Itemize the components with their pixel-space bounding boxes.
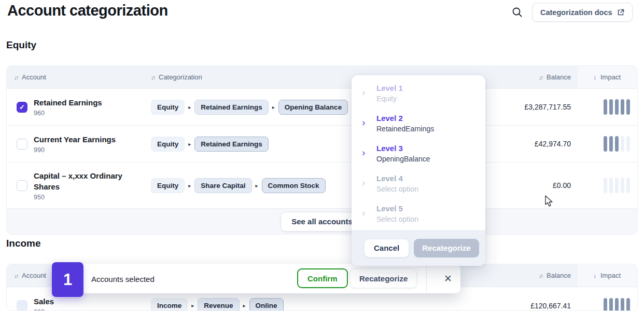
level-label: Level 3 <box>376 144 430 153</box>
chevron-right-icon: › <box>362 147 371 167</box>
column-header-impact[interactable]: ↓ Impact <box>578 264 637 287</box>
sort-icon[interactable]: ↓↑ <box>14 273 18 279</box>
selection-label: Accounts selected <box>91 274 155 283</box>
equity-section-heading: Equity <box>6 39 36 51</box>
level-value: Select option <box>376 185 418 193</box>
row-checkbox[interactable]: ✓ <box>17 102 27 113</box>
recategorize-button[interactable]: Recategorize <box>350 268 417 288</box>
column-header-account[interactable]: ↓↑ Account <box>7 66 151 88</box>
table-row-retained-earnings[interactable]: ✓ Retained Earnings 960 Equity ▸ Retaine… <box>7 88 637 125</box>
impact-bars <box>604 136 637 152</box>
selection-bar: Accounts selected Confirm Recategorize ✕ <box>52 264 460 293</box>
row-checkbox[interactable] <box>17 139 27 150</box>
impact-bars <box>604 99 637 115</box>
level-label: Level 5 <box>376 204 418 213</box>
impact-bars <box>604 178 637 193</box>
categorization-chip[interactable]: Equity <box>151 137 185 152</box>
categorization-chip[interactable]: Equity <box>151 178 185 193</box>
divider <box>426 264 427 293</box>
cancel-button[interactable]: Cancel <box>364 239 409 258</box>
categorization-docs-label: Categorization docs <box>540 8 612 17</box>
column-header-impact[interactable]: ↓ Impact <box>578 66 637 88</box>
sort-desc-icon[interactable]: ↓ <box>593 272 596 279</box>
level-5-item: › Level 5 Select option <box>362 204 485 227</box>
selected-count-badge: 1 <box>52 262 83 297</box>
column-header-balance[interactable]: ↓↑ Balance <box>482 66 578 88</box>
table-row-current-year-earnings[interactable]: Current Year Earnings 990 Equity ▸ Retai… <box>7 125 637 162</box>
account-name: Sales <box>34 296 140 307</box>
column-label-categorization: Categorization <box>159 73 202 81</box>
level-value: OpeningBalance <box>376 155 430 163</box>
chip-separator-icon: ▸ <box>243 303 246 308</box>
row-checkbox[interactable] <box>17 180 27 191</box>
categorization-chip[interactable]: Equity <box>151 100 185 115</box>
sort-icon[interactable]: ↓↑ <box>151 74 155 80</box>
categorization-chip[interactable]: Retained Earnings <box>194 137 269 152</box>
recategorize-popup: › Level 1 Equity › Level 2 RetainedEarni… <box>352 75 485 266</box>
sort-icon[interactable]: ↓↑ <box>539 74 542 80</box>
chip-separator-icon: ▸ <box>188 183 191 188</box>
popup-level-list: › Level 1 Equity › Level 2 RetainedEarni… <box>352 75 485 234</box>
sort-icon[interactable]: ↓↑ <box>539 273 542 279</box>
categorization-chip[interactable]: Opening Balance <box>278 100 348 115</box>
close-icon[interactable]: ✕ <box>436 264 460 293</box>
column-label-account: Account <box>22 73 46 81</box>
impact-bars <box>604 298 637 311</box>
external-link-icon <box>617 9 624 16</box>
chip-separator-icon: ▸ <box>188 141 191 147</box>
column-header-balance[interactable]: ↓↑ Balance <box>482 264 578 287</box>
column-label-balance: Balance <box>547 272 571 279</box>
balance-value: £42,974.70 <box>482 140 578 148</box>
level-value: RetainedEarnings <box>376 125 434 133</box>
page-title: Account categorization <box>7 2 168 19</box>
balance-value: £120,667.41 <box>482 302 578 310</box>
chip-separator-icon: ▸ <box>272 104 275 110</box>
mouse-cursor-icon <box>543 195 555 208</box>
equity-table-header: ↓↑ Account ↓↑ Categorization ↓↑ Balance … <box>7 66 637 88</box>
equity-table-footer: See all accounts <box>7 208 637 234</box>
table-row-capital-ordinary-shares[interactable]: Capital – x,xxx Ordinary Shares 950 Equi… <box>7 162 637 208</box>
column-label-impact: Impact <box>600 272 621 279</box>
recategorize-button-disabled: Recategorize <box>414 239 479 258</box>
level-2-item[interactable]: › Level 2 RetainedEarnings <box>362 114 485 137</box>
search-button[interactable] <box>510 5 524 19</box>
balance-value: £3,287,717.55 <box>482 103 578 111</box>
equity-table: ↓↑ Account ↓↑ Categorization ↓↑ Balance … <box>6 65 638 235</box>
categorization-chip[interactable]: Revenue <box>198 298 239 311</box>
level-4-item: › Level 4 Select option <box>362 174 485 197</box>
sort-desc-icon[interactable]: ↓ <box>593 74 596 81</box>
level-label: Level 1 <box>376 84 403 92</box>
column-label-account: Account <box>22 272 46 279</box>
level-value: Select option <box>376 215 418 223</box>
search-icon <box>512 7 523 18</box>
sort-icon[interactable]: ↓↑ <box>14 74 18 80</box>
column-label-balance: Balance <box>547 73 571 81</box>
column-label-impact: Impact <box>600 73 621 81</box>
categorization-chip[interactable]: Online <box>249 298 284 311</box>
row-checkbox[interactable] <box>17 300 27 311</box>
chevron-right-icon: › <box>362 117 371 137</box>
categorization-chip[interactable]: Retained Earnings <box>194 100 269 115</box>
popup-footer: Cancel Recategorize <box>352 230 485 266</box>
account-name: Current Year Earnings <box>34 134 140 145</box>
categorization-docs-button[interactable]: Categorization docs <box>532 3 633 22</box>
level-label: Level 2 <box>376 114 434 123</box>
income-section-heading: Income <box>6 238 41 249</box>
chevron-right-icon: › <box>362 208 371 227</box>
account-code: 950 <box>34 194 151 201</box>
level-3-item[interactable]: › Level 3 OpeningBalance <box>362 144 485 167</box>
chevron-right-icon: › <box>362 87 371 106</box>
balance-value: £0.00 <box>482 181 578 190</box>
account-code: 990 <box>34 146 151 154</box>
account-name: Capital – x,xxx Ordinary Shares <box>34 170 140 192</box>
categorization-chip[interactable]: Share Capital <box>194 178 251 193</box>
account-code: 200 <box>34 308 151 311</box>
level-label: Level 4 <box>376 174 418 183</box>
account-code: 960 <box>34 110 151 117</box>
confirm-button[interactable]: Confirm <box>297 268 348 288</box>
chip-separator-icon: ▸ <box>256 183 258 188</box>
categorization-chip[interactable]: Income <box>151 298 188 311</box>
categorization-chip[interactable]: Common Stock <box>262 178 326 193</box>
see-all-accounts-button[interactable]: See all accounts <box>281 212 363 232</box>
chip-separator-icon: ▸ <box>191 303 194 308</box>
